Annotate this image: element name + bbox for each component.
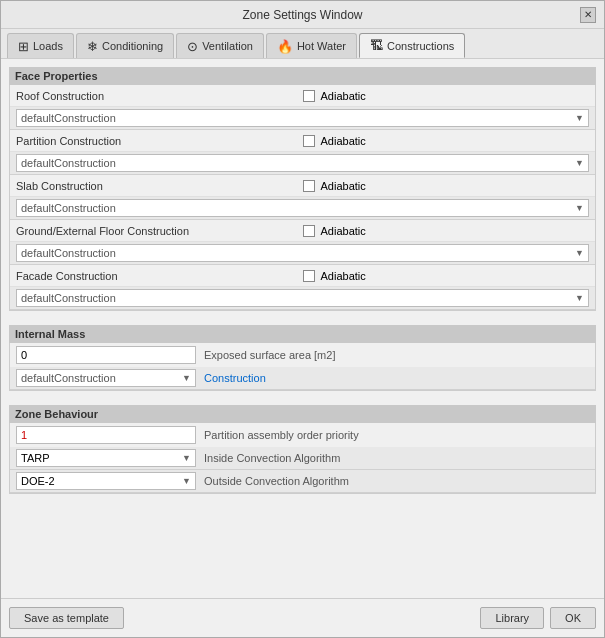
outside-convection-dropdown[interactable]: DOE-2 ▼ (16, 472, 196, 490)
slab-dropdown-arrow: ▼ (575, 203, 584, 213)
partition-construction-row: Partition Construction Adiabatic (10, 130, 595, 152)
tab-ventilation-label: Ventilation (202, 40, 253, 52)
outside-convection-desc: Outside Convection Algorithm (204, 475, 349, 487)
roof-adiabatic-label: Adiabatic (321, 90, 366, 102)
footer: Save as template Library OK (1, 598, 604, 637)
slab-dropdown-row: defaultConstruction ▼ (10, 197, 595, 220)
outside-convection-row: DOE-2 ▼ Outside Convection Algorithm (10, 470, 595, 493)
partition-dropdown-arrow: ▼ (575, 158, 584, 168)
library-button[interactable]: Library (480, 607, 544, 629)
internal-mass-dropdown-row: defaultConstruction ▼ Construction (10, 367, 595, 390)
facade-dropdown-value: defaultConstruction (21, 292, 116, 304)
constructions-icon: 🏗 (370, 38, 383, 53)
partition-adiabatic-label: Adiabatic (321, 135, 366, 147)
slab-construction-row: Slab Construction Adiabatic (10, 175, 595, 197)
tab-bar: ⊞ Loads ❄ Conditioning ⊙ Ventilation 🔥 H… (1, 29, 604, 59)
tab-hot-water-label: Hot Water (297, 40, 346, 52)
hot-water-icon: 🔥 (277, 39, 293, 54)
loads-icon: ⊞ (18, 39, 29, 54)
ground-adiabatic-checkbox[interactable] (303, 225, 315, 237)
zone-behaviour-section: Zone Behaviour Partition assembly order … (9, 405, 596, 502)
internal-mass-input[interactable] (16, 346, 196, 364)
conditioning-icon: ❄ (87, 39, 98, 54)
tab-ventilation[interactable]: ⊙ Ventilation (176, 33, 264, 58)
internal-mass-header: Internal Mass (9, 325, 596, 343)
face-properties-section: Face Properties Roof Construction Adiaba… (9, 67, 596, 319)
ground-construction-row: Ground/External Floor Construction Adiab… (10, 220, 595, 242)
priority-desc: Partition assembly order priority (204, 429, 359, 441)
ok-button[interactable]: OK (550, 607, 596, 629)
slab-adiabatic-field: Adiabatic (303, 180, 590, 192)
partition-adiabatic-field: Adiabatic (303, 135, 590, 147)
ground-dropdown-value: defaultConstruction (21, 247, 116, 259)
roof-dropdown-arrow: ▼ (575, 113, 584, 123)
facade-dropdown-row: defaultConstruction ▼ (10, 287, 595, 310)
priority-input[interactable] (16, 426, 196, 444)
inside-convection-value: TARP (21, 452, 50, 464)
footer-right: Library OK (480, 607, 596, 629)
facade-adiabatic-checkbox[interactable] (303, 270, 315, 282)
partition-dropdown-row: defaultConstruction ▼ (10, 152, 595, 175)
tab-constructions-label: Constructions (387, 40, 454, 52)
inside-convection-desc: Inside Convection Algorithm (204, 452, 340, 464)
slab-dropdown-value: defaultConstruction (21, 202, 116, 214)
facade-construction-row: Facade Construction Adiabatic (10, 265, 595, 287)
slab-adiabatic-checkbox[interactable] (303, 180, 315, 192)
ground-construction-label: Ground/External Floor Construction (16, 225, 303, 237)
inside-convection-arrow: ▼ (182, 453, 191, 463)
partition-adiabatic-checkbox[interactable] (303, 135, 315, 147)
internal-mass-dropdown[interactable]: defaultConstruction ▼ (16, 369, 196, 387)
facade-adiabatic-field: Adiabatic (303, 270, 590, 282)
window-title: Zone Settings Window (25, 8, 580, 22)
tab-conditioning[interactable]: ❄ Conditioning (76, 33, 174, 58)
facade-construction-dropdown[interactable]: defaultConstruction ▼ (16, 289, 589, 307)
title-bar: Zone Settings Window ✕ (1, 1, 604, 29)
internal-mass-desc: Exposed surface area [m2] (204, 349, 335, 361)
close-button[interactable]: ✕ (580, 7, 596, 23)
inside-convection-dropdown[interactable]: TARP ▼ (16, 449, 196, 467)
tab-constructions[interactable]: 🏗 Constructions (359, 33, 465, 58)
roof-construction-dropdown[interactable]: defaultConstruction ▼ (16, 109, 589, 127)
internal-mass-construction-desc: Construction (204, 372, 266, 384)
internal-mass-value-row: Exposed surface area [m2] (10, 343, 595, 367)
face-properties-content: Roof Construction Adiabatic defaultConst… (9, 85, 596, 311)
facade-dropdown-arrow: ▼ (575, 293, 584, 303)
zone-behaviour-content: Partition assembly order priority TARP ▼… (9, 423, 596, 494)
internal-mass-dropdown-arrow: ▼ (182, 373, 191, 383)
save-template-button[interactable]: Save as template (9, 607, 124, 629)
main-content: Face Properties Roof Construction Adiaba… (1, 59, 604, 598)
ventilation-icon: ⊙ (187, 39, 198, 54)
face-properties-header: Face Properties (9, 67, 596, 85)
inside-convection-row: TARP ▼ Inside Convection Algorithm (10, 447, 595, 470)
tab-conditioning-label: Conditioning (102, 40, 163, 52)
roof-construction-row: Roof Construction Adiabatic (10, 85, 595, 107)
roof-adiabatic-field: Adiabatic (303, 90, 590, 102)
slab-construction-label: Slab Construction (16, 180, 303, 192)
roof-dropdown-value: defaultConstruction (21, 112, 116, 124)
partition-dropdown-value: defaultConstruction (21, 157, 116, 169)
roof-dropdown-row: defaultConstruction ▼ (10, 107, 595, 130)
ground-construction-dropdown[interactable]: defaultConstruction ▼ (16, 244, 589, 262)
internal-mass-dropdown-value: defaultConstruction (21, 372, 116, 384)
zone-behaviour-header: Zone Behaviour (9, 405, 596, 423)
priority-row: Partition assembly order priority (10, 423, 595, 447)
internal-mass-content: Exposed surface area [m2] defaultConstru… (9, 343, 596, 391)
ground-adiabatic-label: Adiabatic (321, 225, 366, 237)
partition-construction-dropdown[interactable]: defaultConstruction ▼ (16, 154, 589, 172)
facade-construction-label: Facade Construction (16, 270, 303, 282)
ground-dropdown-row: defaultConstruction ▼ (10, 242, 595, 265)
tab-loads-label: Loads (33, 40, 63, 52)
outside-convection-value: DOE-2 (21, 475, 55, 487)
roof-construction-label: Roof Construction (16, 90, 303, 102)
ground-dropdown-arrow: ▼ (575, 248, 584, 258)
tab-loads[interactable]: ⊞ Loads (7, 33, 74, 58)
zone-settings-window: Zone Settings Window ✕ ⊞ Loads ❄ Conditi… (0, 0, 605, 638)
internal-mass-section: Internal Mass Exposed surface area [m2] … (9, 325, 596, 399)
ground-adiabatic-field: Adiabatic (303, 225, 590, 237)
outside-convection-arrow: ▼ (182, 476, 191, 486)
facade-adiabatic-label: Adiabatic (321, 270, 366, 282)
roof-adiabatic-checkbox[interactable] (303, 90, 315, 102)
slab-construction-dropdown[interactable]: defaultConstruction ▼ (16, 199, 589, 217)
slab-adiabatic-label: Adiabatic (321, 180, 366, 192)
tab-hot-water[interactable]: 🔥 Hot Water (266, 33, 357, 58)
